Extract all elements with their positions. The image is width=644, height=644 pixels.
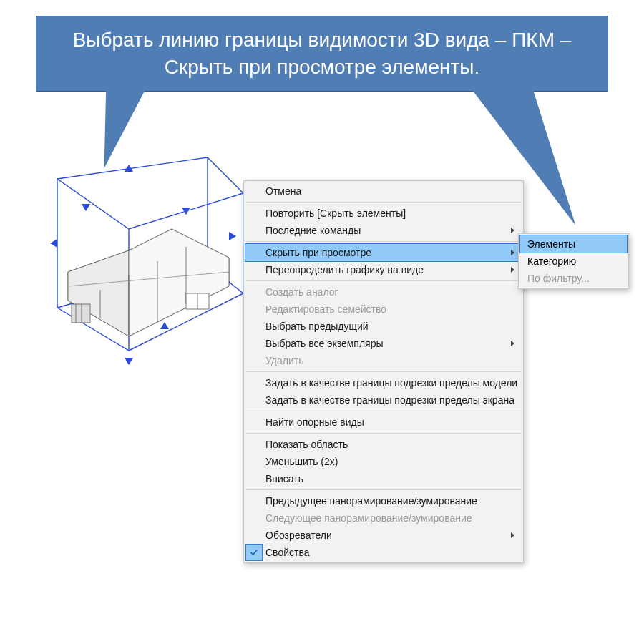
menu-item-label: Показать область	[265, 439, 348, 450]
menu-item[interactable]: Найти опорные виды	[245, 414, 522, 431]
menu-item[interactable]: Повторить [Скрыть элементы]	[245, 205, 522, 222]
menu-item[interactable]: Уменьшить (2x)	[245, 453, 522, 470]
menu-separator	[246, 371, 521, 372]
menu-item-label: Обозреватели	[265, 530, 332, 541]
menu-separator	[246, 411, 521, 411]
menu-separator	[246, 433, 521, 434]
menu-item[interactable]: Выбрать все экземпляры	[245, 335, 522, 352]
svg-marker-8	[68, 250, 129, 336]
menu-item-label: Задать в качестве границы подрезки преде…	[265, 377, 517, 389]
menu-item-label: Переопределить графику на виде	[265, 264, 424, 275]
menu-item-label: Задать в качестве границы подрезки преде…	[265, 394, 514, 406]
menu-item-label: Выбрать предыдущий	[265, 321, 369, 332]
menu-item[interactable]: Задать в качестве границы подрезки преде…	[245, 391, 522, 409]
menu-item-label: Уменьшить (2x)	[265, 456, 338, 467]
menu-item[interactable]: Вписать	[245, 470, 522, 487]
menu-item-label: Скрыть при просмотре	[265, 247, 371, 258]
menu-item-label: Создать аналог	[265, 286, 338, 298]
menu-item-label: Следующее панорамирование/зумирование	[265, 512, 472, 524]
context-submenu: ЭлементыКатегориюПо фильтру...	[518, 233, 629, 289]
svg-marker-1	[50, 239, 57, 248]
menu-item-label: Выбрать все экземпляры	[265, 338, 384, 349]
menu-item[interactable]: Переопределить графику на виде	[245, 261, 522, 278]
svg-marker-6	[160, 322, 169, 329]
menu-item[interactable]: Скрыть при просмотре	[245, 243, 522, 262]
menu-item-label: Свойства	[265, 547, 309, 558]
chevron-right-icon	[511, 228, 514, 233]
chevron-right-icon	[511, 341, 514, 346]
svg-rect-17	[72, 304, 90, 323]
menu-item: Редактировать семейство	[245, 301, 522, 318]
svg-marker-5	[182, 208, 190, 215]
submenu-item-label: Элементы	[527, 238, 575, 250]
submenu-item[interactable]: Элементы	[519, 235, 628, 253]
check-icon	[245, 544, 263, 561]
menu-separator	[246, 241, 521, 242]
context-menu: ОтменаПовторить [Скрыть элементы]Последн…	[243, 180, 524, 563]
section-box-icon	[21, 150, 250, 408]
menu-separator	[246, 202, 521, 203]
submenu-item: По фильтру...	[520, 270, 627, 287]
menu-item: Следующее панорамирование/зумирование	[245, 509, 522, 527]
callout-text: Выбрать линию границы видимости 3D вида …	[73, 29, 572, 78]
menu-item: Удалить	[245, 352, 522, 369]
menu-item[interactable]: Обозреватели	[245, 527, 522, 544]
chevron-right-icon	[511, 532, 514, 538]
submenu-item-label: По фильтру...	[527, 273, 590, 284]
menu-item[interactable]: Последние команды	[245, 222, 522, 239]
menu-item-label: Вписать	[265, 473, 303, 484]
menu-item-label: Предыдущее панорамирование/зумирование	[265, 495, 477, 507]
menu-item-label: Отмена	[265, 185, 301, 197]
menu-item-label: Повторить [Скрыть элементы]	[265, 208, 406, 219]
menu-item[interactable]: Предыдущее панорамирование/зумирование	[245, 492, 522, 509]
menu-item[interactable]: Выбрать предыдущий	[245, 318, 522, 335]
menu-item-label: Редактировать семейство	[265, 303, 386, 315]
submenu-item-label: Категорию	[527, 255, 576, 267]
chevron-right-icon	[511, 267, 514, 273]
svg-marker-9	[129, 229, 229, 336]
instruction-callout: Выбрать линию границы видимости 3D вида …	[36, 16, 608, 92]
menu-item[interactable]: Свойства	[245, 544, 522, 561]
menu-item[interactable]: Отмена	[245, 182, 522, 200]
svg-marker-4	[82, 204, 90, 211]
menu-item-label: Последние команды	[265, 225, 361, 236]
menu-item-label: Найти опорные виды	[265, 416, 364, 428]
menu-item[interactable]: Задать в качестве границы подрезки преде…	[245, 374, 522, 391]
menu-separator	[246, 489, 521, 490]
3d-view-canvas[interactable]	[21, 150, 250, 408]
svg-marker-2	[229, 232, 236, 240]
menu-item-label: Удалить	[265, 355, 303, 366]
svg-marker-3	[125, 358, 133, 365]
submenu-item[interactable]: Категорию	[520, 253, 627, 270]
menu-item: Создать аналог	[245, 283, 522, 301]
chevron-right-icon	[511, 250, 514, 255]
menu-separator	[246, 280, 521, 281]
menu-item[interactable]: Показать область	[245, 436, 522, 453]
